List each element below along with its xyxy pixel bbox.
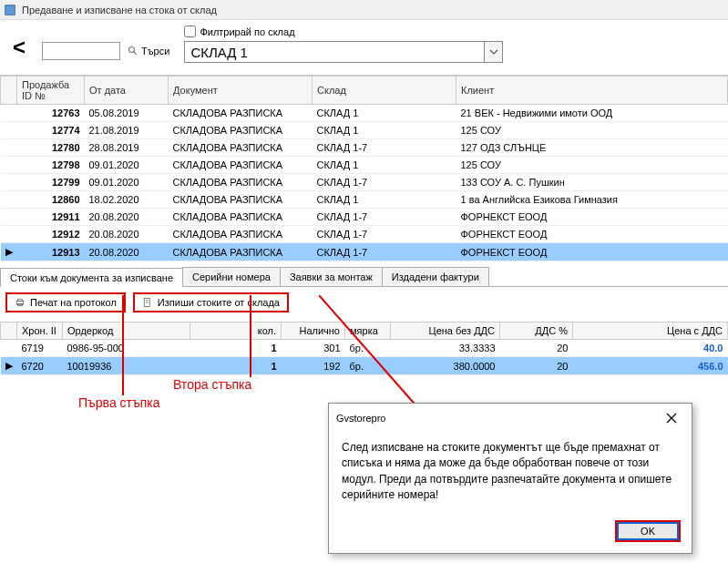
col-id[interactable]: Продажба ID №	[17, 77, 85, 105]
col-pricevat[interactable]: Цена с ДДС	[573, 322, 728, 340]
search-button[interactable]: Търси	[124, 42, 173, 60]
table-row[interactable]: 1279909.01.2020СКЛАДОВА РАЗПИСКАСКЛАД 1-…	[1, 174, 728, 191]
svg-point-1	[129, 47, 135, 53]
annotation-step1: Първа стъпка	[78, 395, 160, 410]
close-button[interactable]	[659, 409, 684, 427]
detail-grid[interactable]: Хрон. II Ордеркод кол. Налично мярка Цен…	[0, 322, 728, 375]
search-button-label: Търси	[141, 46, 169, 56]
col-unit[interactable]: мярка	[345, 322, 391, 340]
tab-2[interactable]: Заявки за монтаж	[280, 267, 383, 286]
col-whs[interactable]: Склад	[313, 77, 456, 105]
table-row[interactable]: 1291120.08.2020СКЛАДОВА РАЗПИСКАСКЛАД 1-…	[1, 209, 728, 226]
col-client[interactable]: Клиент	[456, 77, 728, 105]
chevron-down-icon[interactable]	[484, 42, 502, 62]
col-doc[interactable]: Документ	[169, 77, 313, 105]
tab-1[interactable]: Серийни номера	[182, 267, 281, 286]
col-vat[interactable]: ДДС %	[500, 322, 573, 340]
filter-label: Филтрирай по склад	[200, 26, 294, 37]
button-bar: Печат на протокол Изпиши стоките от скла…	[0, 287, 728, 322]
window-title: Предаване и изписване на стока от склад	[22, 5, 217, 15]
tab-3[interactable]: Издадени фактури	[382, 267, 489, 286]
table-row[interactable]: 1291220.08.2020СКЛАДОВА РАЗПИСКАСКЛАД 1-…	[1, 226, 728, 243]
table-row[interactable]: 1279809.01.2020СКЛАДОВА РАЗПИСКАСКЛАД 11…	[1, 157, 728, 174]
table-row[interactable]: ▶1291320.08.2020СКЛАДОВА РАЗПИСКАСКЛАД 1…	[1, 243, 728, 261]
print-protocol-button[interactable]: Печат на протокол	[5, 292, 126, 312]
close-icon	[666, 413, 677, 424]
col-qty[interactable]: кол.	[190, 322, 282, 340]
ok-button-highlight: OK	[615, 520, 681, 542]
svg-line-2	[134, 52, 137, 55]
detail-row[interactable]: ▶6720100199361192бр.380.000020456.0	[1, 357, 728, 375]
table-row[interactable]: 1286018.02.2020СКЛАДОВА РАЗПИСКАСКЛАД 11…	[1, 191, 728, 209]
writeoff-label: Изпиши стоките от склада	[158, 297, 280, 308]
document-icon	[142, 297, 153, 308]
writeoff-button[interactable]: Изпиши стоките от склада	[133, 292, 289, 312]
svg-rect-4	[18, 299, 23, 301]
warehouse-value: СКЛАД 1	[185, 42, 484, 62]
app-icon	[4, 4, 16, 16]
search-group: Търси	[42, 42, 173, 60]
col-price[interactable]: Цена без ДДС	[391, 322, 500, 340]
magnifier-icon	[128, 46, 138, 56]
printer-icon	[15, 297, 26, 308]
tabs: Стоки към документа за изписванеСерийни …	[0, 267, 728, 287]
toolbar: < Търси Филтрирай по склад СКЛАД 1	[0, 20, 728, 76]
confirm-dialog: Gvstorepro След изписване на стоките док…	[328, 403, 692, 554]
table-row[interactable]: 1278028.08.2019СКЛАДОВА РАЗПИСКАСКЛАД 1-…	[1, 139, 728, 157]
search-input[interactable]	[42, 42, 120, 60]
dialog-title: Gvstorepro	[336, 413, 385, 424]
annotation-step2: Втора стъпка	[173, 377, 251, 392]
back-button[interactable]: <	[7, 26, 31, 69]
tab-0[interactable]: Стоки към документа за изписване	[0, 268, 183, 287]
col-code[interactable]: Ордеркод	[63, 322, 190, 340]
warehouse-select[interactable]: СКЛАД 1	[184, 41, 503, 63]
sales-grid[interactable]: Продажба ID № От дата Документ Склад Кли…	[0, 76, 728, 261]
col-chron[interactable]: Хрон. II	[17, 322, 63, 340]
table-row[interactable]: 1276305.08.2019СКЛАДОВА РАЗПИСКАСКЛАД 12…	[1, 105, 728, 122]
col-avail[interactable]: Налично	[282, 322, 345, 340]
filter-group: Филтрирай по склад СКЛАД 1	[184, 26, 721, 63]
print-label: Печат на протокол	[30, 297, 117, 308]
filter-checkbox[interactable]	[184, 26, 196, 37]
svg-rect-0	[5, 5, 15, 15]
table-row[interactable]: 1277421.08.2019СКЛАДОВА РАЗПИСКАСКЛАД 11…	[1, 122, 728, 139]
dialog-body: След изписване на стоките документът ще …	[329, 433, 692, 513]
col-date[interactable]: От дата	[85, 77, 169, 105]
titlebar: Предаване и изписване на стока от склад	[0, 0, 728, 20]
detail-row[interactable]: 67190986-95-0001301бр.33.33332040.0	[1, 340, 728, 357]
ok-button[interactable]: OK	[617, 522, 679, 540]
